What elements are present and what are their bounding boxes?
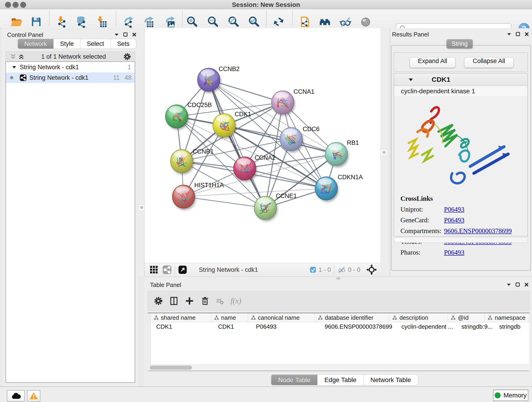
network-canvas[interactable]: CCNB2CCNA1CDC25BCDK1CDC6RB1CCNB1CCNA2CDK… (144, 28, 380, 263)
toolbar-zoom-in-button[interactable] (186, 16, 198, 28)
expand-all-button[interactable]: Expand All (410, 57, 456, 68)
toolbar-refresh-layout-button[interactable] (273, 16, 285, 28)
table-cell[interactable]: cyclin-dependent ... (396, 322, 456, 331)
toolbar-export-network-button[interactable] (122, 16, 134, 28)
node-count: 11 (113, 74, 120, 81)
crosslink-link[interactable]: 9606.ENSP00000378699 (444, 227, 512, 235)
table-cell[interactable]: stringdb (494, 322, 529, 331)
gene-header[interactable]: CDK1 (394, 73, 527, 86)
toolbar-import-network-button[interactable] (55, 16, 67, 28)
memory-button[interactable]: Memory (493, 390, 528, 401)
create-column-icon[interactable] (184, 296, 195, 306)
results-hscrollbar[interactable] (394, 237, 528, 243)
gear-icon[interactable] (123, 52, 132, 61)
network-node-CDC25B[interactable] (165, 105, 189, 130)
toolbar-import-database-button[interactable] (75, 16, 87, 28)
tab-network-table[interactable]: Network Table (364, 375, 418, 385)
toolbar-open-file-button[interactable] (10, 16, 22, 28)
selected-checkbox-icon[interactable] (310, 267, 316, 273)
close-panel-icon[interactable] (132, 32, 137, 37)
left-splitter-handle[interactable] (138, 204, 145, 211)
toolbar-export-table-button[interactable] (143, 16, 154, 28)
toolbar-structure-eye-button[interactable] (360, 16, 372, 28)
toolbar-import-table-button[interactable] (96, 16, 108, 28)
right-splitter[interactable] (380, 28, 390, 276)
table-cell[interactable]: CDK1 (151, 322, 213, 331)
results-hscroll-thumb[interactable] (394, 238, 405, 242)
edge-CCNB2-CCNE1[interactable] (209, 80, 265, 208)
column-header-canonical-name[interactable]: canonical name (248, 313, 315, 322)
toolbar-zoom-selected-button[interactable] (248, 16, 260, 28)
toolbar-glass-effect-button[interactable] (339, 16, 351, 28)
right-splitter-handle[interactable] (381, 149, 387, 156)
crosslink-link[interactable]: P06493 (444, 206, 464, 213)
toolbar-string-import-button[interactable] (299, 16, 311, 28)
collapse-all-icon[interactable] (10, 54, 16, 60)
table-hscroll-thumb[interactable] (150, 366, 192, 370)
table-row[interactable]: CDK1CDK1P064939606.ENSP00000378699cyclin… (151, 322, 529, 331)
table-cell[interactable]: stringdb:9... (456, 322, 494, 331)
column-header-shared-name[interactable]: shared name (151, 313, 211, 322)
tab-string-results[interactable]: String (447, 39, 473, 48)
table-cell[interactable]: CDK1 (213, 322, 250, 331)
float-panel-icon[interactable] (507, 32, 512, 36)
left-splitter[interactable] (138, 28, 144, 276)
toolbar-export-image-button[interactable] (164, 16, 176, 28)
crosslink-link[interactable]: P06493 (444, 249, 464, 256)
node-table[interactable]: shared namenamecanonical namedatabase id… (148, 313, 529, 371)
network-collection-row[interactable]: String Network - cdk1 1 (6, 62, 135, 72)
table-cell[interactable]: P06493 (250, 322, 319, 331)
toolbar-string-home-button[interactable] (319, 16, 331, 28)
toolbar-zoom-fit-button[interactable] (228, 16, 239, 28)
close-panel-icon[interactable] (524, 282, 529, 287)
network-node-CCNB2[interactable] (197, 68, 221, 93)
tree-expander-icon[interactable] (12, 65, 17, 69)
tab-node-table[interactable]: Node Table (271, 375, 317, 385)
maximize-panel-icon[interactable] (515, 282, 520, 287)
show-columns-icon[interactable] (169, 296, 179, 306)
tab-edge-table[interactable]: Edge Table (317, 375, 364, 385)
float-panel-icon[interactable] (114, 33, 119, 36)
column-header-database-identifier[interactable]: database identifier (315, 313, 389, 322)
column-header-description[interactable]: description (389, 313, 448, 322)
float-panel-icon[interactable] (506, 283, 511, 287)
birdseye-grid-icon[interactable] (150, 265, 158, 274)
section-expander-icon[interactable] (408, 78, 413, 82)
collapse-all-button[interactable]: Collapse All (464, 57, 514, 68)
delete-column-icon[interactable] (200, 296, 210, 306)
network-node-CDK1[interactable] (213, 114, 236, 139)
function-builder-button[interactable]: f(x) (230, 297, 241, 305)
network-edges[interactable] (177, 80, 336, 208)
network-node-HIST1H1A[interactable] (172, 185, 196, 210)
table-cell[interactable]: 9606.ENSP00000378699 (319, 322, 396, 331)
column-header--id[interactable]: @id (448, 313, 485, 322)
toolbar-zoom-out-button[interactable] (207, 16, 219, 28)
tab-select[interactable]: Select (80, 39, 111, 49)
crosslink-link[interactable]: P06493 (444, 216, 464, 224)
maximize-panel-icon[interactable] (516, 32, 520, 36)
tab-network[interactable]: Network (18, 39, 54, 49)
expand-all-icon[interactable] (18, 54, 25, 60)
network-node-RB1[interactable] (325, 142, 349, 167)
table-hscrollbar[interactable] (148, 364, 529, 370)
close-panel-icon[interactable] (525, 32, 529, 36)
maximize-panel-icon[interactable] (123, 32, 128, 37)
network-row-selected[interactable]: String Network - cdk1 11 48 (6, 72, 135, 83)
table-gear-icon[interactable] (153, 296, 164, 306)
horizontal-splitter-handle[interactable] (336, 277, 341, 280)
network-node-CDKN1A[interactable] (315, 177, 339, 202)
tab-sets[interactable]: Sets (111, 39, 136, 49)
column-header-namespace[interactable]: namespace (485, 313, 529, 322)
network-node-CCNA1[interactable] (272, 91, 295, 116)
warning-status-button[interactable] (27, 390, 40, 402)
tab-style[interactable]: Style (54, 39, 80, 49)
cloud-status-button[interactable] (7, 390, 25, 402)
birdseye-navigator-icon[interactable] (366, 264, 377, 275)
string-style-icon[interactable] (162, 265, 172, 274)
open-in-window-icon[interactable] (178, 265, 187, 274)
network-graph[interactable]: CCNB2CCNA1CDC25BCDK1CDC6RB1CCNB1CCNA2CDK… (145, 28, 380, 263)
network-node-CCNE1[interactable] (254, 196, 278, 221)
column-header-name[interactable]: name (211, 313, 248, 322)
toolbar-save-session-button[interactable] (30, 16, 42, 28)
open-file-icon (10, 16, 22, 28)
